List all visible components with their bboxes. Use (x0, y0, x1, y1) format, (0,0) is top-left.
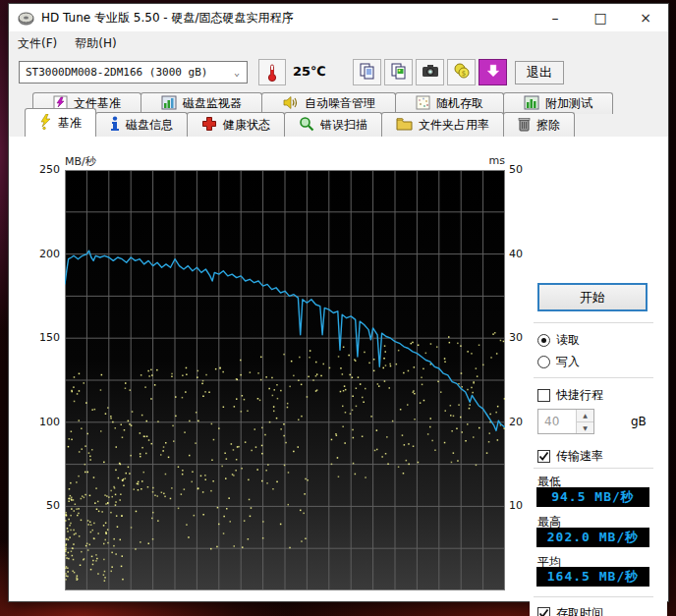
access-time-label: 存取时间 (556, 605, 603, 616)
close-button[interactable]: × (623, 4, 668, 31)
temperature-button[interactable] (258, 59, 286, 85)
tab-label: 文件夹占用率 (419, 117, 489, 134)
left-axis-tick: 150 (27, 331, 60, 344)
spark-icon (39, 114, 52, 133)
exit-button[interactable]: 退出 (515, 61, 564, 84)
minimize-button[interactable]: – (533, 4, 578, 31)
donate-button[interactable]: $ (447, 59, 476, 85)
tab-label: 擦除 (536, 117, 560, 134)
down-arrow-icon (485, 63, 501, 83)
health-cross-icon (201, 116, 217, 135)
maximum-value-display: 202.0 MB/秒 (536, 528, 649, 547)
copy-image-button[interactable] (384, 59, 413, 85)
tab-info[interactable]: 磁盘信息 (95, 112, 188, 137)
tab-label: 附加测试 (545, 95, 592, 112)
tab-label: 磁盘信息 (126, 117, 173, 134)
transfer-rate-checkbox[interactable]: 传输速率 (537, 448, 603, 464)
temperature-label: 25℃ (293, 64, 326, 79)
right-axis-tick: 50 (509, 163, 533, 176)
chart-canvas (65, 170, 505, 590)
info-icon (110, 116, 120, 135)
tab-trash[interactable]: 擦除 (503, 112, 575, 137)
stepper-up-icon[interactable]: ▲ (577, 410, 593, 422)
tab-strip: 文件基准磁盘监视器自动噪音管理随机存取附加测试 基准磁盘信息健康状态错误扫描文件… (9, 89, 668, 137)
right-axis-unit: ms (481, 154, 505, 167)
left-axis-tick: 100 (27, 416, 60, 428)
hd-tune-window: HD Tune 专业版 5.50 - 硬盘/固态硬盘实用程序 – □ × 文件(… (8, 3, 669, 602)
speaker-icon (282, 95, 299, 113)
access-time-checkbox[interactable]: 存取时间 (537, 605, 603, 616)
capacity-stepper[interactable]: ▲ ▼ (537, 409, 594, 434)
radio-icon (537, 334, 550, 347)
tab-monitor-chart[interactable]: 磁盘监视器 (141, 92, 262, 114)
drive-selector-value: ST3000DM008-2DM166 (3000 gB) (26, 66, 207, 79)
camera-icon (422, 63, 439, 82)
tab-label: 基准 (58, 115, 82, 132)
menu-bar: 文件(F) 帮助(H) (9, 31, 668, 55)
tab-health-cross[interactable]: 健康状态 (187, 112, 285, 137)
maximize-button[interactable]: □ (578, 4, 623, 31)
write-radio-label: 写入 (556, 354, 580, 370)
right-axis-tick: 40 (509, 248, 533, 260)
save-results-button[interactable] (479, 59, 507, 85)
svg-text:$: $ (461, 70, 465, 78)
desktop-background: HD Tune 专业版 5.50 - 硬盘/固态硬盘实用程序 – □ × 文件(… (0, 0, 676, 616)
left-axis-tick: 250 (27, 163, 60, 176)
tab-random-dots[interactable]: 随机存取 (395, 92, 504, 114)
extra-chart-icon (524, 95, 539, 113)
screenshot-button[interactable] (416, 59, 444, 85)
tab-label: 随机存取 (436, 95, 483, 112)
start-button[interactable]: 开始 (537, 283, 648, 311)
tab-folder[interactable]: 文件夹占用率 (381, 112, 504, 137)
tab-speaker[interactable]: 自动噪音管理 (261, 92, 396, 114)
monitor-chart-icon (161, 95, 177, 113)
menu-item-help[interactable]: 帮助(H) (66, 32, 125, 55)
write-radio[interactable]: 写入 (537, 354, 580, 369)
random-dots-icon (416, 95, 430, 113)
tab-magnifier[interactable]: 错误扫描 (284, 112, 382, 137)
tab-spark[interactable]: 基准 (25, 108, 96, 137)
short-stroke-checkbox[interactable]: 快捷行程 (537, 387, 603, 403)
toolbar: ST3000DM008-2DM166 (3000 gB) ⌄ 25℃ $ 退出 (9, 55, 668, 89)
separator (534, 377, 653, 378)
magnifier-icon (299, 116, 314, 135)
folder-icon (396, 117, 413, 134)
benchmark-panel: 开始 读取 写入 快捷行程 ▲ (530, 270, 667, 616)
checkbox-icon (537, 607, 550, 616)
copy-text-icon (359, 62, 376, 84)
short-stroke-label: 快捷行程 (556, 387, 603, 404)
checkbox-icon (537, 450, 550, 463)
minimum-value-display: 94.5 MB/秒 (536, 487, 649, 507)
copy-text-button[interactable] (353, 59, 381, 85)
tab-label: 磁盘监视器 (183, 95, 242, 112)
average-value-display: 164.5 MB/秒 (536, 567, 649, 587)
separator (534, 468, 653, 469)
tab-extra-chart[interactable]: 附加测试 (503, 92, 613, 114)
benchmark-page: MB/秒ms250200150100505040302010 开始 读取 写入 … (9, 137, 668, 601)
read-radio-label: 读取 (556, 332, 580, 349)
separator (534, 596, 653, 597)
capacity-unit-label: gB (631, 415, 647, 428)
chevron-down-icon: ⌄ (234, 67, 240, 78)
menu-item-file[interactable]: 文件(F) (9, 32, 66, 55)
benchmark-chart (65, 170, 505, 590)
read-radio[interactable]: 读取 (537, 332, 580, 348)
capacity-input[interactable] (538, 410, 574, 433)
transfer-rate-label: 传输速率 (556, 448, 603, 465)
trash-icon (518, 116, 531, 135)
left-axis-tick: 50 (27, 499, 60, 512)
checkbox-icon (537, 389, 550, 402)
window-title: HD Tune 专业版 5.50 - 硬盘/固态硬盘实用程序 (41, 10, 294, 27)
tab-label: 健康状态 (223, 117, 270, 134)
radio-icon (537, 356, 550, 368)
stepper-down-icon[interactable]: ▼ (577, 422, 593, 434)
drive-selector[interactable]: ST3000DM008-2DM166 (3000 gB) ⌄ (19, 61, 248, 84)
title-bar: HD Tune 专业版 5.50 - 硬盘/固态硬盘实用程序 – □ × (9, 4, 668, 31)
tab-label: 自动噪音管理 (305, 95, 375, 112)
app-disk-icon (18, 10, 34, 27)
copy-image-icon (390, 62, 408, 84)
left-axis-tick: 200 (27, 248, 60, 260)
separator (534, 322, 653, 323)
left-axis-unit: MB/秒 (65, 154, 96, 169)
tab-label: 错误扫描 (320, 117, 367, 134)
